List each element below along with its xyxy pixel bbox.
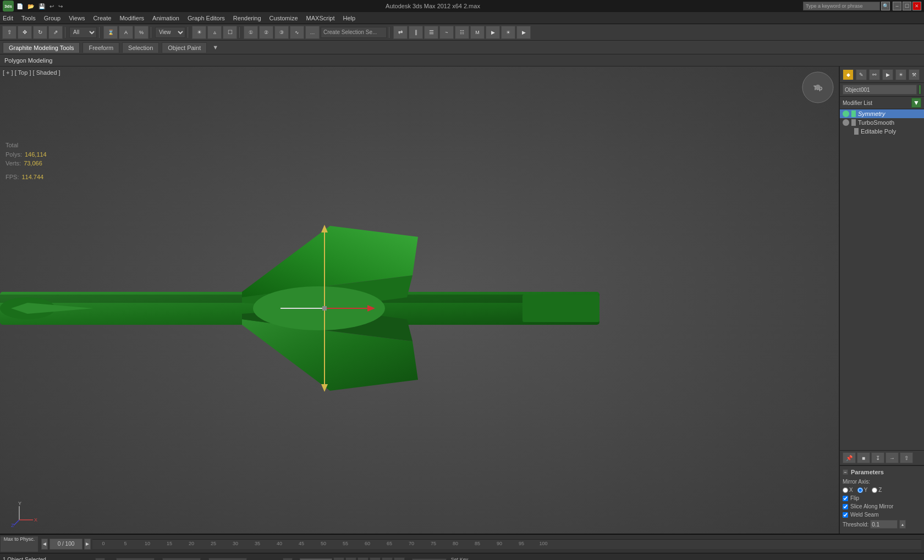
remove-modifier-btn[interactable]: ↧: [871, 452, 884, 463]
pin-stack-btn[interactable]: 📌: [843, 452, 856, 463]
align-btn[interactable]: ∥: [409, 26, 423, 39]
play-last-btn[interactable]: ⇥: [394, 557, 405, 560]
menu-customize[interactable]: Customize: [270, 15, 298, 21]
tb-extra[interactable]: …: [305, 26, 320, 39]
object-name-input[interactable]: [843, 85, 917, 95]
hierarchy-panel-btn[interactable]: ⚯: [869, 69, 880, 80]
tb-num3[interactable]: ③: [274, 26, 289, 39]
tb-curvemod[interactable]: ∿: [290, 26, 304, 39]
curve-editor-btn[interactable]: ~: [439, 26, 454, 39]
lock-icon[interactable]: 🔒: [95, 558, 105, 560]
slice-along-mirror-checkbox[interactable]: [843, 504, 848, 509]
modifier-symmetry[interactable]: Symmetry: [840, 109, 924, 118]
play-prev-btn[interactable]: ◀◀: [345, 557, 356, 560]
tb-num1[interactable]: ①: [244, 26, 258, 39]
make-unique-btn[interactable]: ⇧: [900, 452, 913, 463]
ribbon-tab-object-paint[interactable]: Object Paint: [162, 42, 207, 53]
render-frame-btn[interactable]: ☐: [223, 26, 237, 39]
motion-panel-btn[interactable]: ▶: [882, 69, 893, 80]
mat-editor-btn[interactable]: M: [470, 26, 485, 39]
menu-animation[interactable]: Animation: [152, 15, 179, 21]
render-result-btn[interactable]: ▶: [516, 26, 531, 39]
ribbon-tab-freeform[interactable]: Freeform: [82, 42, 119, 53]
utility-panel-btn[interactable]: ⚒: [909, 69, 920, 80]
params-collapse-btn[interactable]: −: [843, 469, 848, 475]
render-btn[interactable]: ☀: [192, 26, 206, 39]
layer-mgr-btn[interactable]: ☰: [424, 26, 438, 39]
ribbon-more-btn[interactable]: ▼: [212, 44, 218, 51]
view-gizmo[interactable]: Top: [801, 71, 834, 104]
set-key-btn[interactable]: Set Key: [451, 557, 479, 560]
selection-filter[interactable]: All: [69, 27, 97, 38]
play-back-btn[interactable]: ◀: [358, 557, 369, 560]
x-coord-input[interactable]: [116, 558, 155, 560]
y-coord-input[interactable]: [162, 558, 201, 560]
search-input-title[interactable]: Type a keyword or phrase: [803, 2, 880, 10]
threshold-spinner-up[interactable]: ▴: [899, 520, 906, 529]
selected-mode-dropdown[interactable]: Selected ▼: [412, 558, 447, 561]
key-icon[interactable]: 🔑: [283, 558, 293, 560]
modify-panel-btn[interactable]: ✎: [856, 69, 867, 80]
schematic-btn[interactable]: ☷: [455, 26, 469, 39]
scale-tool-btn[interactable]: ⇗: [48, 26, 63, 39]
weld-seam-checkbox[interactable]: [843, 512, 848, 518]
redo-icon[interactable]: ↪: [58, 3, 63, 9]
play-fwd-btn[interactable]: ▶: [370, 557, 381, 560]
search-btn[interactable]: 🔍: [881, 2, 890, 10]
percent-snap-btn[interactable]: %: [134, 26, 148, 39]
modifier-eye-symmetry[interactable]: [843, 110, 849, 117]
menu-views[interactable]: Views: [69, 15, 85, 21]
menu-tools[interactable]: Tools: [21, 15, 36, 21]
menu-group[interactable]: Group: [44, 15, 61, 21]
create-sel-set[interactable]: Create Selection Se...: [321, 27, 387, 38]
active-highlight-btn[interactable]: ■: [857, 452, 870, 463]
display-panel-btn[interactable]: ☀: [895, 69, 906, 80]
modifier-editable-poly[interactable]: Editable Poly: [840, 127, 924, 136]
move-tool-btn[interactable]: ✥: [18, 26, 32, 39]
menu-modifiers[interactable]: Modifiers: [119, 15, 144, 21]
minimize-btn[interactable]: –: [893, 2, 901, 10]
max-physx-btn[interactable]: Max to Physc.: [0, 536, 38, 552]
save-icon[interactable]: 💾: [38, 3, 45, 9]
play-first-btn[interactable]: ⇤: [333, 557, 344, 560]
flip-checkbox[interactable]: [843, 496, 848, 501]
rotate-tool-btn[interactable]: ↻: [33, 26, 47, 39]
axis-y-radio[interactable]: [857, 487, 863, 493]
env-effects-btn[interactable]: ☀: [501, 26, 515, 39]
mirror-btn[interactable]: ⇄: [393, 26, 408, 39]
viewport-label[interactable]: [ + ] [ Top ] [ Shaded ]: [3, 69, 61, 76]
quick-render-btn[interactable]: ▵: [207, 26, 222, 39]
maximize-btn[interactable]: ☐: [903, 2, 911, 10]
axis-z-radio[interactable]: [872, 487, 877, 493]
tb-num2[interactable]: ②: [259, 26, 273, 39]
undo-icon[interactable]: ↩: [50, 3, 54, 9]
menu-maxscript[interactable]: MAXScript: [306, 15, 335, 21]
render-setup-btn[interactable]: ▶: [486, 26, 500, 39]
timeline-next-btn[interactable]: ►: [84, 539, 91, 550]
menu-create[interactable]: Create: [93, 15, 111, 21]
timeline-markers[interactable]: 0 5 10 15 20 25 30 35 40 45 50 55 60 65 …: [92, 539, 921, 549]
ribbon-tab-selection[interactable]: Selection: [122, 42, 159, 53]
timeline-prev-btn[interactable]: ◄: [41, 539, 48, 550]
snap-toggle-btn[interactable]: ⌛: [103, 26, 118, 39]
object-color-swatch[interactable]: [919, 85, 921, 95]
play-next-btn[interactable]: ▶▶: [382, 557, 393, 560]
viewport[interactable]: [ + ] [ Top ] [ Shaded ]: [0, 66, 839, 534]
menu-edit[interactable]: Edit: [3, 15, 13, 21]
axis-x-radio[interactable]: [843, 487, 848, 493]
view-select[interactable]: View: [155, 27, 185, 38]
create-panel-btn[interactable]: ◆: [843, 69, 854, 80]
modifier-eye-turbosmooth[interactable]: [843, 119, 849, 126]
ribbon-tab-graphite[interactable]: Graphite Modeling Tools: [3, 42, 80, 53]
file-menu-icon[interactable]: 📄: [16, 3, 23, 9]
menu-rendering[interactable]: Rendering: [233, 15, 261, 21]
autokey-btn[interactable]: Auto Key: [300, 558, 332, 561]
threshold-input[interactable]: [870, 520, 898, 529]
configure-btn[interactable]: →: [886, 452, 899, 463]
modifier-turbosmooth[interactable]: TurboSmooth: [840, 118, 924, 127]
menu-graph-editors[interactable]: Graph Editors: [188, 15, 225, 21]
select-tool-btn[interactable]: ⇧: [2, 26, 16, 39]
modifier-dropdown-btn[interactable]: ▼: [911, 98, 921, 108]
angle-snap-btn[interactable]: A: [119, 26, 133, 39]
close-btn[interactable]: ✕: [912, 2, 921, 10]
